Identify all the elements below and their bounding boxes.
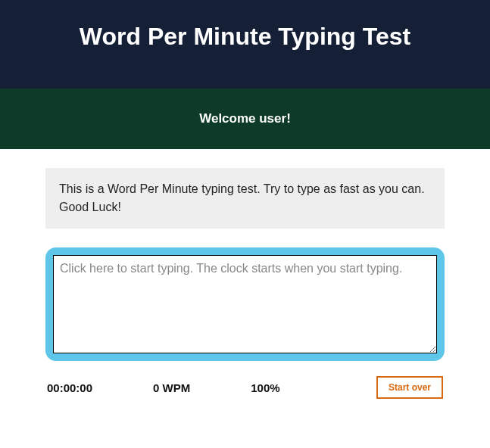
- accuracy-value: 100%: [251, 381, 279, 394]
- stat-group: 00:00:00 0 WPM 100%: [47, 381, 280, 394]
- typing-input[interactable]: [53, 255, 437, 353]
- welcome-bar: Welcome user!: [0, 89, 490, 149]
- instructions-panel: This is a Word Per Minute typing test. T…: [45, 168, 445, 229]
- main-content: This is a Word Per Minute typing test. T…: [0, 149, 490, 422]
- app-header: Word Per Minute Typing Test: [0, 0, 490, 89]
- instructions-text: This is a Word Per Minute typing test. T…: [59, 182, 425, 213]
- wpm-value: 0 WPM: [153, 381, 190, 394]
- start-over-button[interactable]: Start over: [376, 376, 443, 399]
- welcome-message: Welcome user!: [199, 111, 291, 126]
- timer-value: 00:00:00: [47, 381, 92, 394]
- page-title: Word Per Minute Typing Test: [15, 23, 475, 51]
- typing-wrapper: [45, 247, 445, 361]
- stats-row: 00:00:00 0 WPM 100% Start over: [45, 376, 445, 399]
